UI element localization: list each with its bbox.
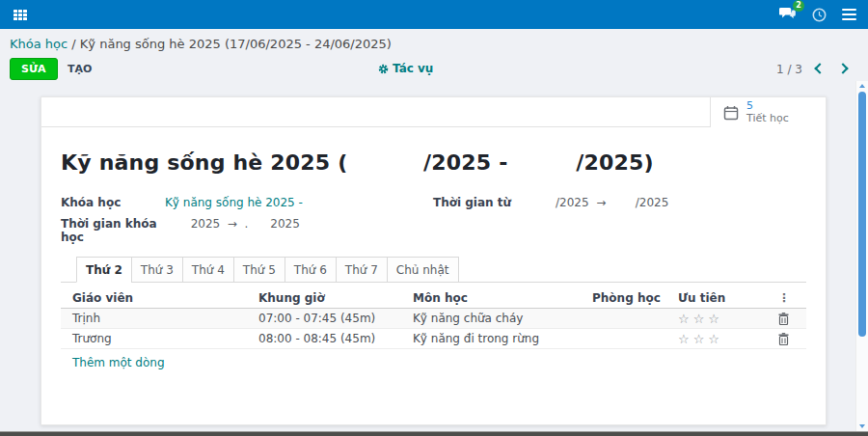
scroll-up-icon[interactable] (859, 84, 865, 88)
activity-clock-icon[interactable] (812, 8, 827, 22)
scrollbar-thumb[interactable] (858, 92, 866, 337)
tab-thu-4[interactable]: Thứ 4 (182, 257, 234, 283)
menu-hamburger-icon[interactable] (842, 9, 856, 21)
delete-row-icon[interactable] (778, 313, 806, 325)
tab-chu-nhat[interactable]: Chủ nhật (387, 257, 459, 283)
field-group: Khóa học Kỹ năng sống hè 2025 - Thời gia… (61, 196, 806, 244)
tab-thu-7[interactable]: Thứ 7 (336, 257, 388, 283)
table-header-row: Giáo viên Khung giờ Môn học Phòng học Ưu… (61, 287, 806, 309)
apps-grid-icon[interactable] (14, 10, 27, 20)
actions-menu-label: Tác vụ (393, 62, 433, 75)
lessons-table: Giáo viên Khung giờ Môn học Phòng học Ưu… (61, 287, 806, 369)
cell-time: 08:00 - 08:45 (45m) (258, 332, 413, 345)
column-header-room[interactable]: Phòng học (592, 291, 678, 305)
page-title: Kỹ năng sống hè 2025 ( /2025 - /2025) (61, 150, 806, 175)
lessons-stat-label: Tiết học (746, 113, 789, 124)
breadcrumb-separator: / (68, 37, 80, 51)
cell-time: 07:00 - 07:45 (45m) (258, 312, 413, 325)
column-options-icon[interactable]: ⋮ (778, 291, 806, 305)
field-label-course: Khóa học (61, 196, 165, 209)
create-button[interactable]: TẠO (68, 63, 92, 75)
weekday-tabs: Thứ 2 Thứ 3 Thứ 4 Thứ 5 Thứ 6 Thứ 7 Chủ … (61, 257, 806, 283)
cell-subject: Kỹ năng đi trong rừng (413, 332, 592, 345)
priority-stars[interactable]: ☆☆☆ (678, 312, 778, 326)
sheet-header: 5 Tiết học (41, 97, 826, 127)
tab-thu-3[interactable]: Thứ 3 (131, 257, 183, 283)
form-sheet: 5 Tiết học Kỹ năng sống hè 2025 ( /2025 … (41, 96, 827, 425)
field-label-time-from: Thời gian từ (433, 196, 556, 209)
lessons-stat-value: 5 (746, 100, 789, 112)
column-header-time[interactable]: Khung giờ (258, 291, 413, 305)
actions-menu-button[interactable]: Tác vụ (378, 62, 433, 75)
delete-row-icon[interactable] (778, 333, 806, 345)
tab-thu-5[interactable]: Thứ 5 (233, 257, 285, 283)
priority-stars[interactable]: ☆☆☆ (678, 332, 778, 346)
breadcrumb: Khóa học / Kỹ năng sống hè 2025 (17/06/2… (10, 37, 392, 51)
pager-counter: 1 / 3 (776, 63, 802, 76)
column-header-subject[interactable]: Môn học (413, 291, 592, 305)
breadcrumb-current: Kỹ năng sống hè 2025 (17/06/2025 - 24/06… (80, 37, 392, 51)
column-header-priority[interactable]: Ưu tiên (678, 291, 778, 305)
vertical-scrollbar[interactable] (855, 81, 868, 431)
messages-count-badge: 2 (793, 0, 804, 12)
breadcrumb-parent-link[interactable]: Khóa học (10, 37, 68, 51)
cell-teacher: Trịnh (72, 312, 258, 325)
field-value-course-time: 2025 → . 2025 (165, 217, 433, 231)
cell-subject: Kỹ năng chữa cháy (413, 312, 592, 325)
field-value-course[interactable]: Kỹ năng sống hè 2025 - (165, 196, 433, 209)
add-row-link[interactable]: Thêm một dòng (61, 349, 167, 369)
edit-button[interactable]: SỬA (10, 58, 58, 80)
gear-icon (378, 64, 389, 74)
scroll-down-icon[interactable] (859, 424, 865, 428)
tab-thu-6[interactable]: Thứ 6 (285, 257, 337, 283)
tab-thu-2[interactable]: Thứ 2 (76, 257, 132, 283)
cell-teacher: Trương (72, 332, 258, 345)
column-header-teacher[interactable]: Giáo viên (72, 291, 258, 305)
calendar-icon (723, 105, 739, 121)
taskbar-edge (0, 431, 868, 436)
top-navbar: 2 (0, 0, 868, 29)
table-row[interactable]: Trương 08:00 - 08:45 (45m) Kỹ năng đi tr… (61, 329, 806, 349)
lessons-stat-button[interactable]: 5 Tiết học (710, 97, 826, 127)
pager-next-icon[interactable] (837, 63, 848, 73)
pager-previous-icon[interactable] (814, 63, 825, 73)
field-value-time-from: /2025 → /2025 (556, 196, 806, 209)
table-row[interactable]: Trịnh 07:00 - 07:45 (45m) Kỹ năng chữa c… (61, 309, 806, 329)
messages-button[interactable]: 2 (779, 6, 797, 24)
field-label-course-time: Thời gian khóa học (61, 217, 165, 244)
